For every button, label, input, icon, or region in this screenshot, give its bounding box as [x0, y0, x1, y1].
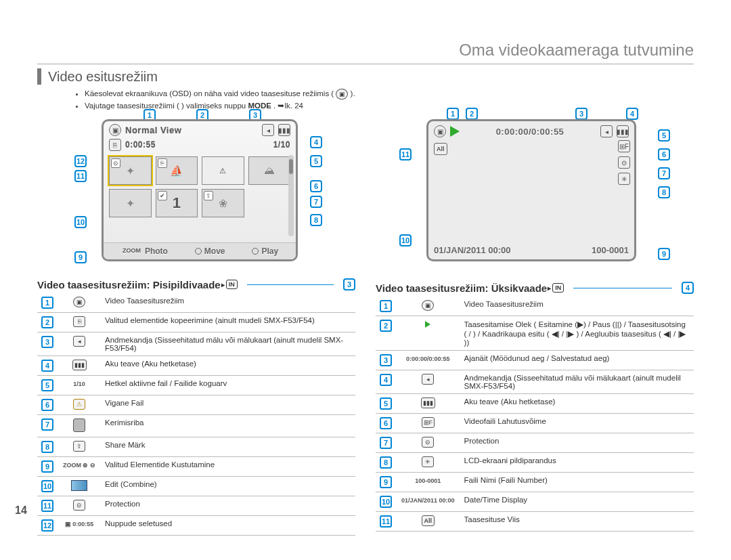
lock-icon: ⊝	[111, 158, 120, 168]
play-mode-icon: ▣	[73, 297, 85, 307]
callout-r11: 11	[399, 148, 412, 160]
subtitle-right: Video taasesitusrežiim: Üksikvaade	[376, 282, 547, 294]
legend-num: 7	[380, 437, 392, 449]
callout-r7: 7	[658, 167, 670, 179]
scrollbar[interactable]	[288, 155, 294, 236]
edit-combine-icon	[71, 480, 87, 491]
legend-num: 1	[41, 297, 53, 309]
legend-num: 9	[41, 460, 53, 473]
thumb-5[interactable]: ✦	[109, 189, 152, 217]
in-chip-icon: IN	[552, 283, 564, 293]
repeat-all-icon: All	[434, 143, 447, 155]
battery-icon: ▮▮▮	[278, 124, 290, 136]
play-icon	[450, 126, 460, 137]
copy-badge-icon: ⎘	[158, 158, 167, 168]
legend-row: 9100-0001Faili Nimi (Faili Number)	[376, 473, 694, 492]
callout-r2: 2	[466, 108, 478, 120]
legend-row: 9ZOOM ⊕ ⊖Valitud Elementide Kustutamine	[37, 457, 355, 477]
legend-text: Kerimisriba	[101, 415, 355, 437]
legend-num: 2	[41, 316, 53, 328]
thumb-4[interactable]: ⛰	[248, 156, 291, 185]
legend-icon-cell: ⚠	[58, 395, 101, 415]
legend-icon-cell: ◂	[396, 370, 460, 394]
legend-num: 11	[41, 500, 53, 512]
thumb-3-error[interactable]: ⚠	[202, 156, 244, 185]
legend-table-left: 1▣Video Taasesitusrežiim2⎘Valitud elemen…	[37, 293, 355, 536]
chapter-title: Oma videokaameraga tutvumine	[37, 41, 694, 64]
legend-icon-cell	[396, 316, 460, 351]
legend-num: 11	[380, 515, 392, 527]
legend-num: 4	[41, 360, 53, 372]
legend-icon-cell: 1/10	[58, 376, 101, 395]
lock-icon: ⊝	[73, 500, 85, 511]
legend-text: Date/Time Display	[460, 492, 694, 512]
lcd-thumbnail-screen: ▣ Normal View ◂ ▮▮▮ ⎘ 0:00:55 1	[102, 119, 298, 261]
legend-num: 10	[380, 496, 392, 508]
callout-6: 6	[310, 180, 322, 192]
normal-view-label: Normal View	[125, 125, 181, 135]
legend-text: Video Taasesitusrežiim	[101, 293, 355, 313]
storage-icon: ◂	[73, 336, 85, 347]
legend-text: Share Märk	[101, 437, 355, 457]
callout-r10: 10	[399, 234, 412, 246]
legend-icon-cell: ⇪	[58, 437, 101, 457]
intro-bullets: Käesolevat ekraanikuva (OSD) on näha vai…	[58, 89, 694, 110]
resolution-icon: ⊞F	[422, 417, 435, 428]
thumb-7[interactable]: ⇪❀	[202, 189, 244, 217]
legend-num: 2	[380, 320, 392, 332]
callout-r4: 4	[626, 108, 638, 120]
legend-text: LCD-ekraani pildiparandus	[460, 453, 694, 473]
thumb-2[interactable]: ⎘⛵	[156, 156, 198, 185]
center-button-icon	[252, 248, 259, 255]
zoom-delete-icon: ZOOM ⊕ ⊖	[62, 460, 97, 471]
play-hint: Play	[252, 246, 278, 256]
legend-row: 2⎘Valitud elementide kopeerimine (ainult…	[37, 313, 355, 332]
thumb-1[interactable]: ⊝✦	[109, 156, 152, 185]
legend-icon-cell	[58, 415, 101, 437]
camera-playback-icon: ▣	[336, 89, 348, 100]
lock-icon: ⊝	[422, 437, 434, 448]
legend-num: 8	[380, 456, 392, 469]
leader-line	[573, 288, 672, 288]
legend-text: Aku teave (Aku hetketase)	[460, 394, 694, 414]
legend-text: Andmekandja (Sisseehitatud mälu või mälu…	[101, 332, 355, 356]
legend-text: Andmekandja (Sisseehitatud mälu või mälu…	[460, 370, 694, 394]
legend-icon-cell: 0:00:00/0:00:55	[396, 351, 460, 370]
scrollbar-thumb[interactable]	[289, 159, 293, 174]
legend-icon-cell: ▣	[58, 293, 101, 313]
legend-num: 7	[41, 418, 53, 431]
play-mode-icon: ▣	[422, 300, 434, 311]
callout-r6: 6	[658, 148, 670, 160]
legend-num: 3	[380, 354, 392, 366]
legend-row: 6⊞FVideofaili Lahutusvõime	[376, 414, 694, 433]
legend-icon-cell: ⊝	[58, 496, 101, 516]
legend-text: Vigane Fail	[101, 395, 355, 415]
legend-row: 5▮▮▮Aku teave (Aku hetketase)	[376, 394, 694, 414]
subtitle-right-num: 4	[682, 282, 694, 294]
play-state-icon	[425, 321, 430, 328]
legend-row: 1001/JAN/2011 00:00Date/Time Display	[376, 492, 694, 512]
protection-icon: ⊝	[618, 156, 630, 169]
storage-icon: ◂	[422, 374, 434, 385]
legend-text: Taasesitamise Olek ( Esitamine (▶) / Pau…	[460, 316, 694, 351]
legend-icon-cell: All	[396, 512, 460, 532]
callout-8: 8	[310, 214, 322, 226]
section-bar: Video esitusrežiim	[37, 68, 694, 85]
legend-icon-cell: ⎘	[58, 313, 101, 332]
legend-icon-cell	[58, 477, 101, 496]
callout-r9: 9	[658, 248, 670, 260]
duration-icon: ▣ 0:00:55	[64, 519, 95, 530]
thumb-6[interactable]: ✔1	[156, 189, 198, 217]
callout-7: 7	[310, 196, 322, 208]
legend-icon-cell: ✳	[396, 453, 460, 473]
legend-text: Ajanäit (Möödunud aeg / Salvestatud aeg)	[460, 351, 694, 370]
section-title: Video esitusrežiim	[48, 69, 158, 85]
video-mode-icon: ▣	[434, 125, 446, 137]
scrollbar-icon	[73, 418, 85, 432]
thumbnail-grid: ⊝✦ ⎘⛵ ⚠ ⛰ ✦ ✔1 ⇪❀	[104, 154, 296, 220]
legend-icon-cell: ▮▮▮	[396, 394, 460, 414]
legend-num: 8	[41, 441, 53, 453]
battery-icon: ▮▮▮	[421, 397, 435, 408]
callout-10: 10	[74, 216, 87, 228]
storage-icon: ◂	[262, 124, 274, 136]
